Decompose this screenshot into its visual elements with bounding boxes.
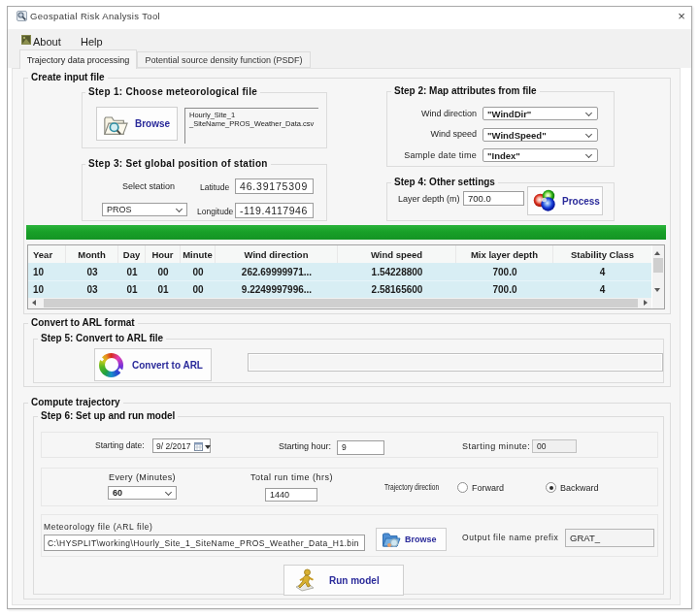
total-run-time-field[interactable]: 1440 xyxy=(265,488,317,502)
cell-wind-speed: 1.54228800 xyxy=(338,263,456,280)
cell-stability-class: 4 xyxy=(553,281,651,298)
progress-bar-complete xyxy=(26,225,666,240)
convert-to-arl-label: Convert to ARL xyxy=(132,360,203,371)
station-combo-value: PROS xyxy=(107,205,132,214)
starting-hour-label: Starting hour: xyxy=(279,441,331,451)
forward-label: Forward xyxy=(472,483,504,493)
met-arl-file-value: C:\HYSPLIT\working\Hourly_Site_1_SiteNam… xyxy=(48,538,359,548)
data-grid-row[interactable]: 10 03 01 01 00 9.2249997996... 2.5816560… xyxy=(28,280,651,298)
col-header-wind-direction[interactable]: Wind direction xyxy=(216,245,338,263)
sample-date-time-combo[interactable]: "Index" xyxy=(483,148,598,162)
starting-hour-field[interactable]: 9 xyxy=(337,440,384,455)
starting-date-picker[interactable]: 9/ 2/2017 xyxy=(152,438,211,453)
col-header-month[interactable]: Month xyxy=(66,245,118,263)
step3-title: Step 3: Set global position of station xyxy=(85,158,271,169)
output-prefix-label: Output file name prefix xyxy=(462,533,558,542)
cell-day: 01 xyxy=(118,263,146,280)
date-dropdown-icon[interactable] xyxy=(205,445,211,449)
about-icon xyxy=(21,35,31,45)
latitude-value: 46.39175309 xyxy=(240,180,308,192)
tab-trajectory[interactable]: Trajectory data processing xyxy=(19,49,137,69)
h-scroll-right-icon[interactable] xyxy=(644,300,648,306)
longitude-field[interactable]: -119.4117946 xyxy=(235,203,314,218)
latitude-label: Latitude xyxy=(200,182,229,192)
cell-wind-direction: 262.69999971... xyxy=(216,263,338,280)
station-combo[interactable]: PROS xyxy=(102,203,187,216)
run-model-button[interactable]: Run model xyxy=(283,565,404,596)
menu-item-about[interactable]: About xyxy=(33,36,61,48)
longitude-label: Longitude xyxy=(197,207,233,216)
convert-title: Convert to ARL format xyxy=(28,317,138,328)
layer-depth-field[interactable]: 700.0 xyxy=(463,191,524,206)
starting-minute-value: 00 xyxy=(537,441,546,451)
v-scroll-up-icon[interactable] xyxy=(654,251,660,255)
ring-center xyxy=(105,358,118,372)
cell-year: 10 xyxy=(28,263,66,280)
total-run-time-label: Total run time (hrs) xyxy=(250,472,333,482)
menu-bar xyxy=(8,29,691,49)
convert-progress-bar xyxy=(248,353,663,372)
trajectory-direction-label: Trajectory direction xyxy=(384,482,439,492)
every-minutes-value: 60 xyxy=(113,488,122,498)
h-scroll-left-icon[interactable] xyxy=(32,300,36,306)
close-button[interactable]: × xyxy=(674,9,689,24)
total-run-time-value: 1440 xyxy=(270,490,289,500)
wind-direction-value: "WindDir" xyxy=(487,109,531,119)
browse-met-file-button[interactable]: Browse xyxy=(96,107,178,141)
folder-search-icon xyxy=(101,112,130,137)
wind-direction-label: Wind direction xyxy=(416,109,477,118)
data-grid-row[interactable]: 10 03 01 00 00 262.69999971... 1.5422880… xyxy=(28,263,651,280)
browse-arl-label: Browse xyxy=(405,535,437,544)
met-arl-file-field[interactable]: C:\HYSPLIT\working\Hourly_Site_1_SiteNam… xyxy=(44,535,365,551)
col-header-wind-speed[interactable]: Wind speed xyxy=(338,245,456,263)
backward-radio[interactable] xyxy=(546,482,556,493)
col-header-stability-class[interactable]: Stability Class xyxy=(553,245,651,263)
calendar-icon xyxy=(194,442,203,451)
window-title: Geospatial Risk Analysis Tool xyxy=(30,11,160,21)
layer-depth-label: Layer depth (m) xyxy=(398,194,460,204)
tab-psdf[interactable]: Potential source density function (PSDF) xyxy=(137,51,311,68)
process-label: Process xyxy=(562,196,600,207)
step6-title: Step 6: Set up and run model xyxy=(38,410,178,421)
col-header-year[interactable]: Year xyxy=(28,245,66,263)
met-file-display: Hourly_Site_1 _SiteName_PROS_Weather_Dat… xyxy=(184,108,318,144)
browse-met-file-label: Browse xyxy=(135,118,170,129)
forward-radio[interactable] xyxy=(457,482,468,493)
rainbow-ring-icon xyxy=(99,353,123,377)
layer-depth-value: 700.0 xyxy=(468,193,491,204)
col-header-hour[interactable]: Hour xyxy=(146,245,181,263)
cell-wind-speed: 2.58165600 xyxy=(338,281,456,298)
wind-direction-combo[interactable]: "WindDir" xyxy=(483,107,598,120)
output-prefix-field[interactable]: GRAT_ xyxy=(565,529,654,547)
cell-month: 03 xyxy=(66,263,118,280)
data-grid-header: Year Month Day Hour Minute Wind directio… xyxy=(28,245,651,263)
cell-stability-class: 4 xyxy=(553,263,651,280)
app-icon xyxy=(17,11,27,21)
menu-item-help[interactable]: Help xyxy=(81,36,103,48)
rgb-circles-icon xyxy=(533,189,559,212)
browse-arl-button[interactable]: Browse xyxy=(376,528,447,551)
cell-hour: 01 xyxy=(146,281,181,298)
starting-date-label: Starting date: xyxy=(95,440,145,450)
col-header-mix-layer-depth[interactable]: Mix layer depth xyxy=(456,245,553,263)
latitude-field[interactable]: 46.39175309 xyxy=(235,178,314,194)
step4-title: Step 4: Other settings xyxy=(391,177,498,187)
h-scroll-thumb[interactable] xyxy=(44,299,638,308)
v-scroll-down-icon[interactable] xyxy=(654,288,660,292)
cell-hour: 00 xyxy=(146,263,181,280)
col-header-minute[interactable]: Minute xyxy=(181,245,216,263)
wind-speed-combo[interactable]: "WindSpeed" xyxy=(483,128,598,142)
process-button[interactable]: Process xyxy=(527,186,603,215)
starting-minute-field[interactable]: 00 xyxy=(532,439,577,453)
cell-month: 03 xyxy=(66,281,118,298)
sample-date-time-label: Sample date time xyxy=(402,150,477,160)
convert-to-arl-button[interactable]: Convert to ARL xyxy=(94,348,212,381)
step1-title: Step 1: Choose meteorological file xyxy=(85,86,260,97)
ring-notch-top xyxy=(98,355,104,361)
runner-icon xyxy=(292,567,319,593)
v-scroll-thumb[interactable] xyxy=(653,258,663,273)
longitude-value: -119.4117946 xyxy=(240,205,308,216)
compute-title: Compute trajectory xyxy=(28,397,123,407)
wind-speed-value: "WindSpeed" xyxy=(487,130,547,141)
col-header-day[interactable]: Day xyxy=(118,245,146,263)
